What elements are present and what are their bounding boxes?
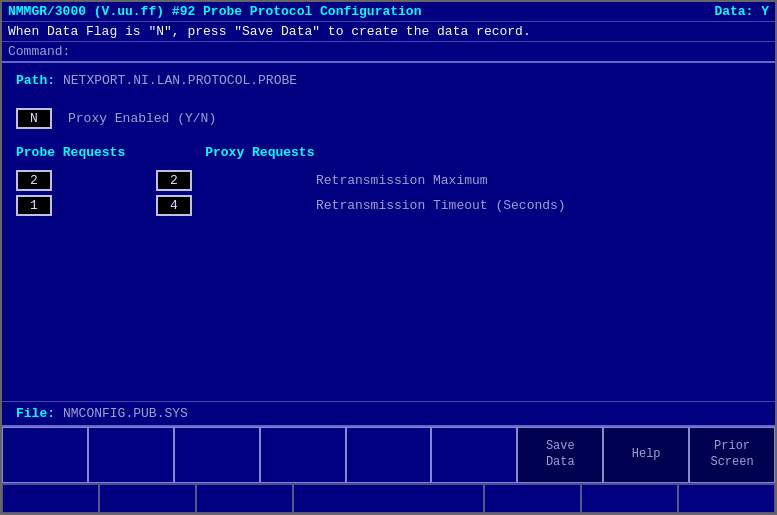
col2-header: Proxy Requests [205, 145, 314, 160]
main-screen: NMMGR/3000 (V.uu.ff) #92 Probe Protocol … [0, 0, 777, 515]
desc-1: Retransmission Maximum [316, 173, 488, 188]
status-cell-2 [99, 484, 196, 513]
title-bar: NMMGR/3000 (V.uu.ff) #92 Probe Protocol … [2, 2, 775, 22]
status-cell-6 [581, 484, 678, 513]
prior-screen-button[interactable]: PriorScreen [689, 427, 775, 483]
data-rows: 2 2 Retransmission Maximum 1 4 Retransmi… [16, 170, 761, 216]
table-headers: Probe Requests Proxy Requests [16, 145, 761, 160]
path-value: NETXPORT.NI.LAN.PROTOCOL.PROBE [63, 73, 297, 88]
status-cell-7 [678, 484, 775, 513]
probe-field-2[interactable]: 1 [16, 195, 52, 216]
table-row: 2 2 Retransmission Maximum [16, 170, 761, 191]
btn-f3[interactable] [174, 427, 260, 483]
probe-col-1: 2 [16, 170, 156, 191]
info-bar: When Data Flag is "N", press "Save Data"… [2, 22, 775, 42]
proxy-col-1: 2 [156, 170, 316, 191]
btn-f6[interactable] [431, 427, 517, 483]
btn-f4[interactable] [260, 427, 346, 483]
probe-field-1[interactable]: 2 [16, 170, 52, 191]
title-text: NMMGR/3000 (V.uu.ff) #92 Probe Protocol … [8, 4, 421, 19]
btn-f2[interactable] [88, 427, 174, 483]
proxy-col-2: 4 [156, 195, 316, 216]
table-row: 1 4 Retransmission Timeout (Seconds) [16, 195, 761, 216]
bottom-buttons: SaveData Help PriorScreen [2, 425, 775, 483]
status-cell-3 [196, 484, 293, 513]
col1-header: Probe Requests [16, 145, 125, 160]
path-row: Path: NETXPORT.NI.LAN.PROTOCOL.PROBE [16, 73, 761, 88]
main-content: Path: NETXPORT.NI.LAN.PROTOCOL.PROBE N P… [2, 63, 775, 401]
file-bar: File: NMCONFIG.PUB.SYS [2, 401, 775, 425]
save-data-button[interactable]: SaveData [517, 427, 603, 483]
proxy-field-2[interactable]: 4 [156, 195, 192, 216]
btn-f1[interactable] [2, 427, 88, 483]
proxy-field-1[interactable]: 2 [156, 170, 192, 191]
path-label: Path: [16, 73, 55, 88]
proxy-enabled-row: N Proxy Enabled (Y/N) [16, 108, 761, 129]
file-value: NMCONFIG.PUB.SYS [63, 406, 188, 421]
command-bar: Command: [2, 42, 775, 63]
probe-col-2: 1 [16, 195, 156, 216]
file-label: File: [16, 406, 55, 421]
command-label: Command: [8, 44, 70, 59]
status-cell-1 [2, 484, 99, 513]
status-cell-5 [484, 484, 581, 513]
proxy-enabled-label: Proxy Enabled (Y/N) [68, 111, 216, 126]
data-flag: Data: Y [714, 4, 769, 19]
btn-f5[interactable] [346, 427, 432, 483]
status-cell-4 [293, 484, 485, 513]
info-text: When Data Flag is "N", press "Save Data"… [8, 24, 531, 39]
help-button[interactable]: Help [603, 427, 689, 483]
proxy-enabled-field[interactable]: N [16, 108, 52, 129]
desc-2: Retransmission Timeout (Seconds) [316, 198, 566, 213]
status-row [2, 483, 775, 513]
